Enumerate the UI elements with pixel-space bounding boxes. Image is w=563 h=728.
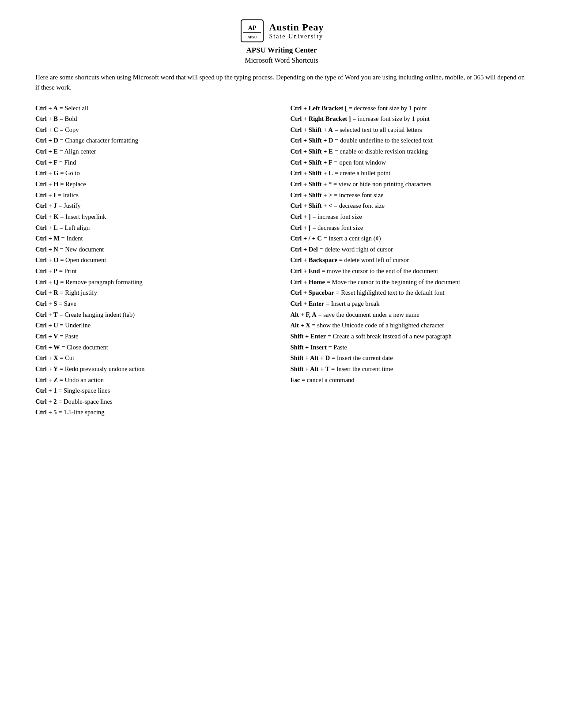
shortcut-eq: = (59, 213, 65, 220)
shortcut-desc: Open document (65, 256, 106, 263)
shortcut-key: Ctrl + Del (291, 246, 318, 253)
shortcut-desc: Print (64, 267, 77, 274)
shortcut-desc: Indent (66, 235, 83, 242)
shortcut-eq: = (332, 202, 339, 209)
shortcut-item: Alt + X = show the Unicode code of a hig… (291, 320, 528, 331)
shortcut-item: Ctrl + F = Find (35, 157, 273, 168)
shortcut-item: Alt + F, A = save the document under a n… (291, 309, 528, 320)
shortcut-item: Ctrl + End = move the cursor to the end … (291, 266, 528, 277)
shortcut-key: Ctrl + [ (291, 224, 311, 231)
shortcut-item: Ctrl + E = Align center (35, 146, 273, 157)
shortcut-eq: = (300, 376, 306, 383)
shortcut-desc: Underline (65, 322, 91, 329)
shortcut-item: Ctrl + [ = decrease font size (291, 222, 528, 233)
shortcut-eq: = (58, 137, 65, 144)
shortcut-desc: double underline to the selected text (340, 137, 433, 144)
shortcut-item: Ctrl + L = Left align (35, 222, 273, 233)
shortcut-key: Ctrl + Shift + L (291, 169, 333, 176)
shortcut-desc: show the Unicode code of a highlighted c… (317, 322, 444, 329)
shortcut-key: Ctrl + Shift + > (291, 191, 333, 199)
shortcut-key: Ctrl + E (35, 148, 58, 155)
shortcut-key: Ctrl + L (35, 224, 58, 231)
shortcut-desc: delete word right of cursor (325, 246, 393, 253)
shortcut-item: Ctrl + T = Create hanging indent (tab) (35, 309, 273, 320)
shortcut-key: Ctrl + Y (35, 365, 58, 372)
shortcut-desc: New document (65, 246, 104, 253)
shortcut-desc: view or hide non printing characters (339, 180, 431, 188)
shortcut-desc: move the cursor to the end of the docume… (327, 267, 438, 274)
shortcut-item: Ctrl + M = Indent (35, 233, 273, 244)
shortcut-eq: = (332, 180, 338, 188)
shortcut-eq: = (59, 169, 65, 176)
shortcuts-grid: Ctrl + A = Select allCtrl + B = BoldCtrl… (35, 103, 528, 418)
shortcut-eq: = (333, 126, 340, 133)
shortcut-eq: = (333, 148, 340, 155)
shortcut-desc: Create hanging indent (tab) (64, 311, 135, 318)
shortcut-item: Ctrl + Shift + * = view or hide non prin… (291, 179, 528, 190)
shortcut-item: Shift + Enter = Create a soft break inst… (291, 331, 528, 342)
shortcut-item: Ctrl + Del = delete word right of cursor (291, 244, 528, 255)
shortcut-item: Ctrl + K = Insert hyperlink (35, 211, 273, 222)
shortcut-desc: Reset highlighted text to the default fo… (341, 289, 444, 296)
shortcut-desc: Align center (64, 148, 96, 155)
shortcut-key: Shift + Insert (291, 344, 327, 351)
shortcut-eq: = (333, 169, 340, 176)
shortcut-desc: selected text to all capital letters (340, 126, 422, 133)
shortcut-item: Ctrl + 2 = Double-space lines (35, 396, 273, 407)
shortcut-item: Ctrl + G = Go to (35, 168, 273, 179)
shortcut-item: Ctrl + Y = Redo previously undone action (35, 364, 273, 375)
shortcut-eq: = (58, 354, 65, 361)
shortcut-item: Ctrl + 1 = Single-space lines (35, 385, 273, 396)
shortcut-eq: = (58, 333, 65, 340)
shortcut-eq: = (311, 213, 317, 220)
shortcut-eq: = (310, 322, 317, 329)
shortcut-eq: = (60, 235, 66, 242)
shortcut-item: Ctrl + Shift + E = enable or disable rev… (291, 146, 528, 157)
shortcut-eq: = (58, 115, 64, 122)
shortcut-eq: = (59, 256, 65, 263)
shortcut-eq: = (57, 398, 64, 405)
shortcut-eq: = (58, 105, 64, 112)
shortcut-key: Ctrl + Z (35, 376, 58, 383)
shortcut-desc: Redo previously undone action (65, 365, 145, 372)
shortcut-item: Ctrl + Q = Remove paragraph formatting (35, 277, 273, 288)
shortcut-key: Ctrl + O (35, 256, 59, 263)
shortcut-desc: delete word left of cursor (344, 256, 409, 263)
shortcut-eq: = (58, 246, 65, 253)
shortcut-eq: = (337, 256, 344, 263)
shortcut-eq: = (58, 311, 64, 318)
shortcut-desc: Bold (64, 115, 77, 122)
page-header: AP APSU Austin Peay State University APS… (35, 18, 528, 64)
shortcut-desc: open font window (339, 159, 386, 166)
shortcut-eq: = (329, 365, 336, 372)
shortcut-item: Ctrl + Shift + D = double underline to t… (291, 135, 528, 146)
shortcut-eq: = (59, 180, 65, 188)
shortcut-eq: = (57, 267, 64, 274)
shortcut-key: Ctrl + 5 (35, 409, 57, 416)
shortcut-key: Ctrl + Shift + D (291, 137, 333, 144)
shortcut-desc: increase font size (317, 213, 362, 220)
shortcut-desc: increase font size by 1 point (358, 115, 430, 122)
shortcut-item: Ctrl + Shift + F = open font window (291, 157, 528, 168)
apsu-logo-icon: AP APSU (239, 18, 265, 44)
shortcut-key: Ctrl + X (35, 354, 58, 361)
shortcut-eq: = (327, 344, 333, 351)
shortcut-key: Ctrl + U (35, 322, 58, 329)
shortcut-key: Alt + F, A (291, 311, 317, 318)
shortcut-item: Ctrl + Shift + > = increase font size (291, 190, 528, 201)
shortcut-key: Ctrl + G (35, 169, 59, 176)
shortcut-key: Ctrl + P (35, 267, 57, 274)
shortcut-eq: = (58, 376, 64, 383)
shortcut-item: Ctrl + S = Save (35, 298, 273, 309)
shortcut-item: Ctrl + 5 = 1.5-line spacing (35, 407, 273, 418)
shortcut-eq: = (324, 300, 331, 307)
shortcut-desc: Move the cursor to the beginning of the … (332, 278, 460, 285)
left-column: Ctrl + A = Select allCtrl + B = BoldCtrl… (35, 103, 273, 418)
shortcut-eq: = (58, 148, 64, 155)
shortcut-eq: = (58, 289, 65, 296)
shortcut-key: Ctrl + Spacebar (291, 289, 334, 296)
shortcut-eq: = (56, 191, 63, 199)
shortcut-item: Shift + Insert = Paste (291, 342, 528, 353)
shortcut-item: Ctrl + B = Bold (35, 113, 273, 124)
shortcut-key: Shift + Enter (291, 333, 326, 340)
